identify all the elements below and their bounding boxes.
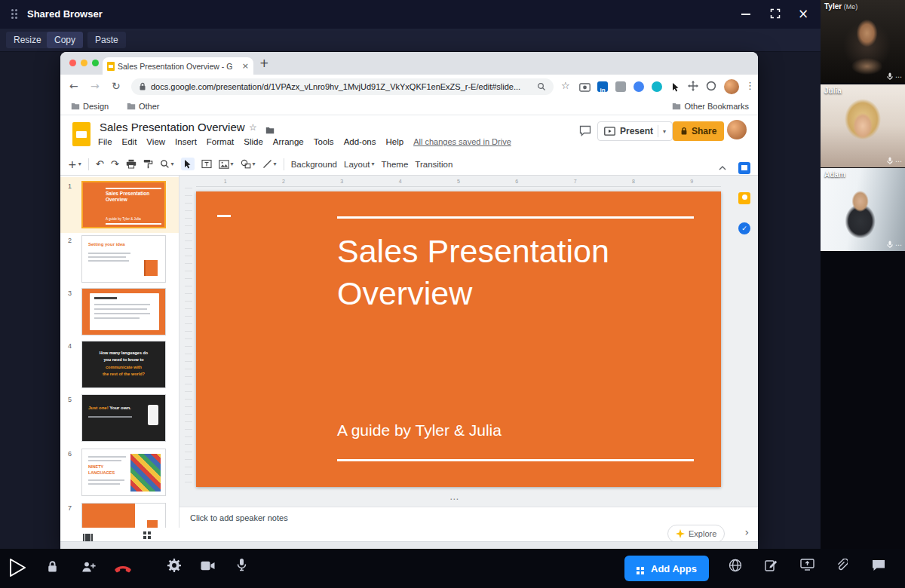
extension-cursor-icon[interactable] xyxy=(671,81,680,95)
slide-thumbnail-4[interactable]: How many languages do you need to know t… xyxy=(81,341,166,388)
extension-camera-icon[interactable] xyxy=(579,81,591,95)
undo-icon[interactable]: ↶ xyxy=(96,158,104,170)
bookmark-folder-other[interactable]: Other xyxy=(127,102,160,111)
screenshare-icon[interactable] xyxy=(800,559,814,574)
browser-menu-kebab-icon[interactable]: ⋮ xyxy=(745,80,755,91)
zoom-icon[interactable]: ▾ xyxy=(160,159,174,169)
select-tool-icon[interactable] xyxy=(181,158,195,170)
camera-icon[interactable] xyxy=(201,560,215,574)
settings-gear-icon[interactable] xyxy=(167,559,181,575)
close-button[interactable]: × xyxy=(795,6,811,21)
slide-thumbnail-5[interactable]: Just one! Your own. xyxy=(81,394,166,442)
browser-profile-avatar[interactable] xyxy=(724,79,739,94)
forward-icon[interactable]: → xyxy=(90,80,100,92)
tile-more-icon[interactable]: ⋯ xyxy=(895,158,902,165)
menu-slide[interactable]: Slide xyxy=(244,137,263,146)
extension-teal-icon[interactable] xyxy=(652,81,662,92)
participant-tile-tyler[interactable]: Tyler (Me) ⋯ xyxy=(821,0,905,83)
tile-mic-icon[interactable] xyxy=(887,240,893,249)
menu-file[interactable]: File xyxy=(98,137,112,146)
other-bookmarks-folder[interactable]: Other Bookmarks xyxy=(672,102,749,111)
theme-button[interactable]: Theme xyxy=(382,160,409,169)
slide-thumbnail-3[interactable] xyxy=(81,288,166,335)
slide-thumbnail-2[interactable]: Setting your idea xyxy=(81,235,166,283)
attachment-icon[interactable] xyxy=(836,559,848,574)
slide-thumbnail-6[interactable]: NINETY LANGUAGES xyxy=(81,449,166,496)
hangup-icon[interactable] xyxy=(115,563,131,577)
account-avatar[interactable] xyxy=(727,120,747,139)
extension-linkedin-icon[interactable]: in xyxy=(597,81,608,92)
traffic-zoom-icon[interactable] xyxy=(92,60,99,66)
insert-shape-icon[interactable]: ▾ xyxy=(241,159,256,169)
paste-button[interactable]: Paste xyxy=(87,32,126,48)
traffic-close-icon[interactable] xyxy=(69,60,76,66)
menu-tools[interactable]: Tools xyxy=(314,137,334,146)
browser-tab[interactable]: Sales Presentation Overview - G × xyxy=(103,57,253,75)
address-bar[interactable]: docs.google.com/presentation/d/1VPAzx_vL… xyxy=(131,78,554,95)
search-icon[interactable] xyxy=(537,82,546,91)
insert-image-icon[interactable]: ▾ xyxy=(219,160,234,169)
minimize-button[interactable] xyxy=(738,7,754,22)
chat-icon[interactable] xyxy=(872,559,885,574)
redo-icon[interactable]: ↷ xyxy=(111,158,119,170)
resize-button[interactable]: Resize xyxy=(6,32,49,48)
slide-title-textbox[interactable]: Sales Presentation Overview xyxy=(337,231,669,315)
speaker-notes-placeholder[interactable]: Click to add speaker notes xyxy=(190,513,288,522)
share-button[interactable]: Share xyxy=(673,121,724,141)
paint-format-icon[interactable] xyxy=(143,159,153,169)
text-box-icon[interactable] xyxy=(201,159,212,169)
lock-room-icon[interactable] xyxy=(47,560,58,577)
reload-icon[interactable]: ↻ xyxy=(112,80,121,92)
notes-icon[interactable] xyxy=(765,559,778,574)
tab-close-icon[interactable]: × xyxy=(242,61,249,71)
bookmark-star-icon[interactable]: ☆ xyxy=(561,80,570,91)
layout-button[interactable]: Layout▾ xyxy=(344,160,375,169)
document-title[interactable]: Sales Presentation Overview xyxy=(100,121,245,133)
slides-app-icon[interactable] xyxy=(72,122,90,146)
participant-tile-julia[interactable]: Julia ⋯ xyxy=(821,84,905,167)
present-caret-icon[interactable]: ▾ xyxy=(663,128,666,135)
app-grid-icon[interactable] xyxy=(11,9,14,11)
speaker-notes-area[interactable]: Click to add speaker notes Explore › xyxy=(179,507,758,541)
participant-tile-adam[interactable]: Adam ⋯ xyxy=(821,168,905,251)
grid-view-icon[interactable] xyxy=(143,531,146,534)
add-apps-button[interactable]: Add Apps xyxy=(624,556,709,581)
tasks-icon[interactable]: ✓ xyxy=(738,222,750,234)
traffic-minimize-icon[interactable] xyxy=(81,60,87,66)
saved-status[interactable]: All changes saved in Drive xyxy=(413,137,511,146)
explore-button[interactable]: Explore xyxy=(667,525,725,543)
extension-tray-icon[interactable] xyxy=(615,81,626,92)
new-tab-button[interactable]: + xyxy=(259,57,269,70)
menu-help[interactable]: Help xyxy=(385,137,403,146)
expand-panel-chevron-icon[interactable]: › xyxy=(744,526,749,538)
collapse-toolbar-icon[interactable] xyxy=(718,161,727,174)
new-slide-button[interactable]: +▾ xyxy=(68,158,81,170)
globe-icon[interactable] xyxy=(729,559,742,575)
comment-icon[interactable] xyxy=(579,125,591,139)
tile-more-icon[interactable]: ⋯ xyxy=(895,241,902,249)
insert-line-icon[interactable]: ▾ xyxy=(262,159,277,169)
tile-mic-icon[interactable] xyxy=(887,72,893,81)
slide-thumbnail-1[interactable]: Sales Presentation Overview A guide by T… xyxy=(81,181,166,228)
copy-button[interactable]: Copy xyxy=(47,32,83,48)
bookmark-folder-design[interactable]: Design xyxy=(71,102,109,111)
mic-icon[interactable] xyxy=(237,558,247,574)
transition-button[interactable]: Transition xyxy=(415,160,452,169)
menu-view[interactable]: View xyxy=(146,137,165,146)
menu-edit[interactable]: Edit xyxy=(122,137,137,146)
menu-format[interactable]: Format xyxy=(207,137,234,146)
menu-arrange[interactable]: Arrange xyxy=(273,137,304,146)
play-logo-icon[interactable] xyxy=(8,557,27,581)
menu-addons[interactable]: Add-ons xyxy=(344,137,376,146)
present-button[interactable]: Present ▾ xyxy=(597,121,673,141)
extension-ring-icon[interactable] xyxy=(706,81,716,94)
tile-mic-icon[interactable] xyxy=(887,157,893,165)
extension-blue-icon[interactable] xyxy=(634,81,644,92)
expand-button[interactable] xyxy=(767,8,784,23)
menu-insert[interactable]: Insert xyxy=(175,137,197,146)
print-icon[interactable] xyxy=(126,159,137,169)
move-to-folder-icon[interactable] xyxy=(265,124,275,137)
slide-canvas[interactable]: Sales Presentation Overview A guide by T… xyxy=(196,191,721,487)
slide-subtitle-textbox[interactable]: A guide by Tyler & Julia xyxy=(337,421,502,439)
star-document-icon[interactable]: ☆ xyxy=(249,122,257,133)
